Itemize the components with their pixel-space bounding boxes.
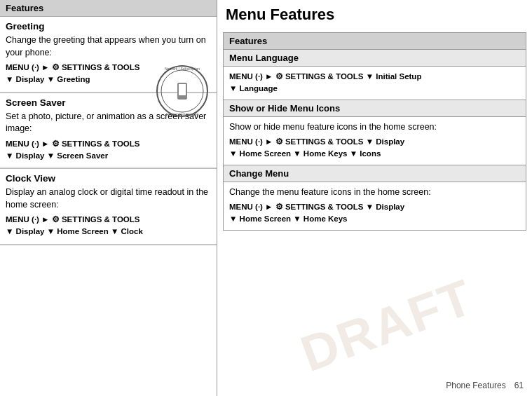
change-menu-body: Change the menu feature icons in the hom…: [224, 182, 526, 230]
change-menu-path-line2: ▼ Home Screen ▼ Home Keys: [229, 213, 520, 225]
menu-language-body: MENU (·) ► ⚙ SETTINGS & TOOLS ▼ Initial …: [224, 67, 526, 100]
footer-page-number: 61: [514, 381, 524, 390]
greeting-section: Greeting Change the greeting that appear…: [0, 17, 217, 93]
show-hide-title-row: Show or Hide Menu Icons: [224, 100, 526, 117]
greeting-title: Greeting: [6, 21, 211, 32]
menu-language-title: Menu Language: [224, 50, 526, 66]
show-hide-desc: Show or hide menu feature icons in the h…: [229, 121, 520, 134]
menu-language-path-line2: ▼ Language: [229, 83, 520, 95]
clock-view-content: Clock View Display an analog clock or di…: [0, 169, 217, 245]
footer-label: Phone Features: [446, 381, 505, 390]
screen-saver-path-line2: ▼ Display ▼ Screen Saver: [6, 150, 211, 162]
greeting-content: Greeting Change the greeting that appear…: [0, 17, 217, 93]
clock-view-title: Clock View: [6, 173, 211, 184]
show-hide-menu-path: MENU (·) ► ⚙ SETTINGS & TOOLS ▼ Display …: [229, 136, 520, 161]
change-menu-path-line1: MENU (·) ► ⚙ SETTINGS & TOOLS ▼ Display: [229, 201, 520, 213]
show-hide-section: Show or Hide Menu Icons Show or hide men…: [224, 100, 526, 165]
greeting-path-line1: MENU (·) ► ⚙ SETTINGS & TOOLS: [6, 62, 211, 74]
change-menu-title-row: Change Menu: [224, 165, 526, 182]
show-hide-title: Show or Hide Menu Icons: [224, 100, 526, 116]
left-features-header: Features: [0, 0, 217, 17]
clock-view-menu-path: MENU (·) ► ⚙ SETTINGS & TOOLS ▼ Display …: [6, 214, 211, 238]
menu-language-section: Menu Language MENU (·) ► ⚙ SETTINGS & TO…: [224, 50, 526, 100]
screen-saver-title: Screen Saver: [6, 97, 211, 108]
clock-view-section: Clock View Display an analog clock or di…: [0, 169, 217, 245]
page-layout: Features Greeting Change the greeting th…: [0, 0, 532, 396]
footer: Phone Features 61: [446, 381, 524, 390]
screen-saver-menu-path: MENU (·) ► ⚙ SETTINGS & TOOLS ▼ Display …: [6, 138, 211, 163]
change-menu-menu-path: MENU (·) ► ⚙ SETTINGS & TOOLS ▼ Display …: [229, 201, 520, 226]
show-hide-body: Show or hide menu feature icons in the h…: [224, 117, 526, 165]
menu-language-title-row: Menu Language: [224, 50, 526, 67]
screen-saver-path-line1: MENU (·) ► ⚙ SETTINGS & TOOLS: [6, 138, 211, 150]
screen-saver-body: Set a photo, picture, or animation as a …: [6, 111, 211, 135]
clock-view-path-line2: ▼ Display ▼ Home Screen ▼ Clock: [6, 226, 211, 238]
change-menu-desc: Change the menu feature icons in the hom…: [229, 186, 520, 199]
right-features-header: Features: [223, 32, 526, 50]
show-hide-path-line2: ▼ Home Screen ▼ Home Keys ▼ Icons: [229, 148, 520, 160]
left-column: Features Greeting Change the greeting th…: [0, 0, 217, 396]
clock-view-body: Display an analog clock or digital time …: [6, 186, 211, 211]
greeting-menu-path: MENU (·) ► ⚙ SETTINGS & TOOLS ▼ Display …: [6, 62, 211, 86]
clock-view-path-line1: MENU (·) ► ⚙ SETTINGS & TOOLS: [6, 214, 211, 226]
page-title: Menu Features: [217, 0, 532, 28]
right-sections-container: Menu Language MENU (·) ► ⚙ SETTINGS & TO…: [223, 50, 526, 231]
left-features-header-text: Features: [6, 3, 43, 13]
screen-saver-section: Screen Saver Set a photo, picture, or an…: [0, 93, 217, 170]
greeting-body: Change the greeting that appears when yo…: [6, 34, 211, 59]
right-features-header-text: Features: [229, 36, 267, 46]
change-menu-section: Change Menu Change the menu feature icon…: [224, 165, 526, 230]
menu-language-path-line1: MENU (·) ► ⚙ SETTINGS & TOOLS ▼ Initial …: [229, 71, 520, 83]
menu-language-menu-path: MENU (·) ► ⚙ SETTINGS & TOOLS ▼ Initial …: [229, 71, 520, 95]
screen-saver-content: Screen Saver Set a photo, picture, or an…: [0, 93, 217, 169]
right-column: Menu Features Features Menu Language MEN…: [217, 0, 532, 396]
greeting-path-line2: ▼ Display ▼ Greeting: [6, 74, 211, 86]
show-hide-path-line1: MENU (·) ► ⚙ SETTINGS & TOOLS ▼ Display: [229, 136, 520, 148]
change-menu-title: Change Menu: [224, 165, 526, 182]
